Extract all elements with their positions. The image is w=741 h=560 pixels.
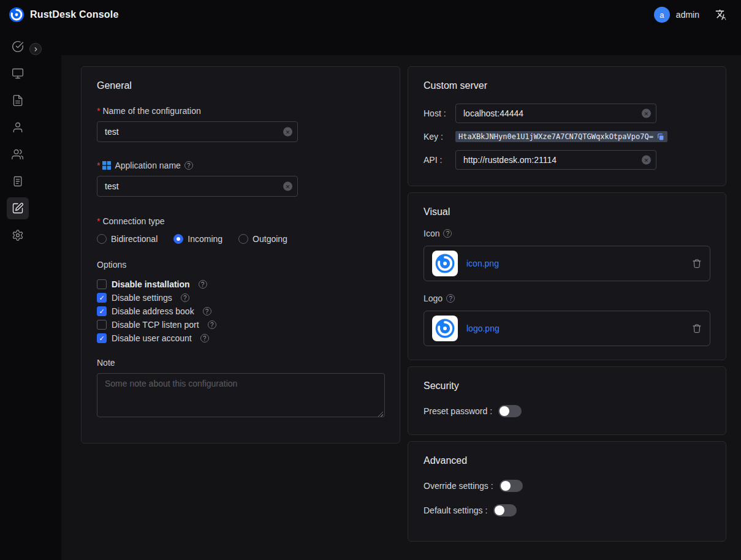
preset-password-row: Preset password : <box>424 405 710 417</box>
edit-icon <box>12 202 24 214</box>
default-settings-toggle[interactable] <box>493 504 517 516</box>
help-icon[interactable] <box>199 280 207 289</box>
rustdesk-logo-icon <box>9 7 25 23</box>
gear-icon <box>12 229 24 241</box>
sidebar <box>0 29 36 560</box>
sidebar-item-users[interactable] <box>7 116 29 138</box>
preset-password-label: Preset password : <box>424 406 492 416</box>
radio-control[interactable] <box>97 234 107 244</box>
username[interactable]: admin <box>676 10 699 20</box>
app-name-label: Application name <box>97 161 384 170</box>
icon-file-link[interactable]: icon.png <box>466 259 683 268</box>
radio-incoming[interactable]: Incoming <box>173 234 222 244</box>
sidebar-item-audit[interactable] <box>7 170 29 192</box>
sidebar-item-groups[interactable] <box>7 143 29 165</box>
help-icon[interactable] <box>446 294 455 303</box>
language-button[interactable] <box>715 9 728 21</box>
translate-icon <box>715 9 728 21</box>
trash-icon <box>692 259 702 268</box>
connection-type-group: Bidirectional Incoming Outgoing <box>97 234 384 244</box>
radio-bidirectional[interactable]: Bidirectional <box>97 234 158 244</box>
logo-label: Logo <box>424 293 710 303</box>
connection-type-label: Connection type <box>97 216 384 226</box>
delete-logo-button[interactable] <box>692 324 702 333</box>
clear-input-icon[interactable] <box>642 109 651 118</box>
required-asterisk <box>97 216 102 226</box>
checkbox-control[interactable] <box>97 333 107 343</box>
note-label: Note <box>97 358 384 368</box>
api-input[interactable] <box>455 150 656 170</box>
option-disable-settings[interactable]: Disable settings <box>97 293 384 303</box>
logo-file-link[interactable]: logo.png <box>466 324 683 333</box>
default-settings-label: Default settings : <box>424 505 487 515</box>
icon-image <box>432 251 458 276</box>
help-icon[interactable] <box>443 229 452 238</box>
security-card: Security Preset password : <box>408 366 726 435</box>
logo-preview: logo.png <box>424 311 710 346</box>
general-card: General Name of the configuration <box>81 66 400 444</box>
trash-icon <box>692 324 702 333</box>
sidebar-item-documents[interactable] <box>7 89 29 112</box>
config-name-input[interactable] <box>97 121 298 142</box>
users-icon <box>12 148 24 161</box>
top-bar: RustDesk Console a admin <box>0 0 741 29</box>
windows-icon <box>102 161 111 170</box>
help-icon[interactable] <box>203 307 211 316</box>
logo-image <box>432 316 458 341</box>
sidebar-item-devices[interactable] <box>7 62 29 85</box>
option-disable-tcp-listen-port[interactable]: Disable TCP listen port <box>97 320 384 330</box>
copy-icon[interactable] <box>656 133 664 141</box>
brand: RustDesk Console <box>9 7 119 23</box>
help-icon[interactable] <box>208 320 216 329</box>
host-label: Host : <box>424 108 455 118</box>
visual-title: Visual <box>424 206 710 218</box>
circle-check-icon <box>12 40 24 53</box>
option-disable-installation[interactable]: Disable installation <box>97 279 384 289</box>
delete-icon-button[interactable] <box>692 259 702 268</box>
host-input[interactable] <box>455 104 656 123</box>
custom-server-card: Custom server Host : Key : HtaXBkJNHyn0e… <box>408 66 726 186</box>
checkbox-control[interactable] <box>97 306 107 316</box>
key-label: Key : <box>424 132 455 142</box>
app-name-input[interactable] <box>97 176 298 197</box>
radio-outgoing[interactable]: Outgoing <box>238 234 287 244</box>
checkbox-control[interactable] <box>97 320 107 330</box>
help-icon[interactable] <box>181 293 189 302</box>
api-label: API : <box>424 155 455 165</box>
checkbox-control[interactable] <box>97 279 107 289</box>
option-disable-user-account[interactable]: Disable user account <box>97 333 384 343</box>
avatar[interactable]: a <box>654 7 670 23</box>
preset-password-toggle[interactable] <box>498 405 522 417</box>
override-settings-label: Override settings : <box>424 481 493 491</box>
help-icon[interactable] <box>184 161 193 170</box>
general-title: General <box>97 80 384 91</box>
sidebar-item-status[interactable] <box>7 36 29 58</box>
sidebar-expand-button[interactable] <box>29 43 42 55</box>
visual-card: Visual Icon icon.png <box>408 192 726 360</box>
radio-control[interactable] <box>238 234 248 244</box>
avatar-initial: a <box>659 10 664 20</box>
radio-control[interactable] <box>173 234 183 244</box>
content-panel: General Name of the configuration <box>61 55 741 560</box>
security-title: Security <box>424 380 710 392</box>
option-disable-address-book[interactable]: Disable address book <box>97 306 384 316</box>
advanced-title: Advanced <box>424 455 710 466</box>
clear-input-icon[interactable] <box>642 156 651 165</box>
note-textarea[interactable] <box>97 373 385 417</box>
sidebar-item-configurations[interactable] <box>7 197 29 219</box>
clear-input-icon[interactable] <box>283 127 292 137</box>
sidebar-item-settings[interactable] <box>7 224 29 246</box>
checkbox-control[interactable] <box>97 293 107 303</box>
journal-icon <box>12 175 24 187</box>
override-settings-toggle[interactable] <box>500 480 523 492</box>
host-row: Host : <box>424 104 710 123</box>
clear-input-icon[interactable] <box>283 182 292 191</box>
options-label: Options <box>97 260 384 270</box>
monitor-icon <box>12 67 24 80</box>
icon-preview: icon.png <box>424 246 710 281</box>
help-icon[interactable] <box>200 334 209 342</box>
icon-label: Icon <box>424 229 710 238</box>
key-row: Key : HtaXBkJNHyn0e1U1jWXze7A7CN7QTGWqxk… <box>424 131 710 142</box>
default-settings-row: Default settings : <box>424 504 710 516</box>
api-row: API : <box>424 150 710 170</box>
